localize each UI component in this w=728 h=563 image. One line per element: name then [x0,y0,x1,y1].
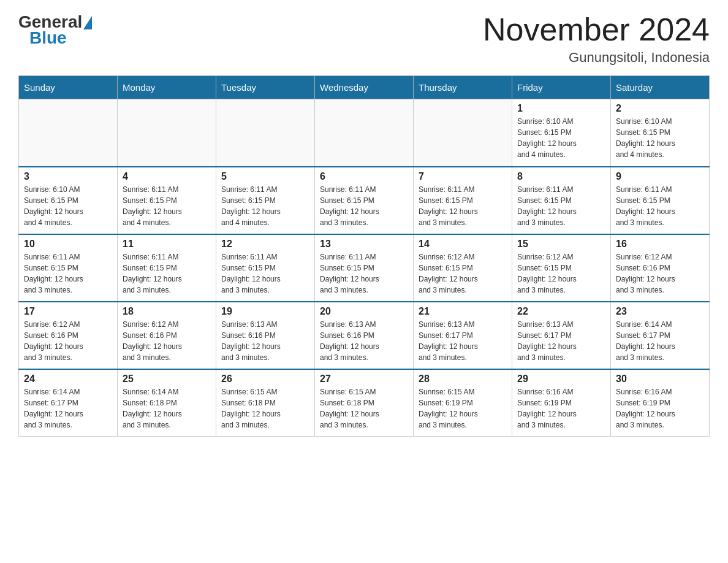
day-info: Sunrise: 6:11 AM Sunset: 6:15 PM Dayligh… [517,184,605,228]
day-number: 26 [221,373,309,385]
day-number: 1 [517,103,605,114]
weekday-header-friday: Friday [512,76,611,99]
calendar-cell [315,99,414,167]
calendar-cell: 22Sunrise: 6:13 AM Sunset: 6:17 PM Dayli… [512,302,611,369]
calendar-cell: 12Sunrise: 6:11 AM Sunset: 6:15 PM Dayli… [216,234,315,302]
day-info: Sunrise: 6:12 AM Sunset: 6:16 PM Dayligh… [616,251,704,296]
weekday-header-tuesday: Tuesday [216,76,315,99]
day-number: 7 [419,171,507,182]
weekday-header-saturday: Saturday [611,76,710,99]
calendar-week-row: 10Sunrise: 6:11 AM Sunset: 6:15 PM Dayli… [19,234,710,302]
calendar-cell: 25Sunrise: 6:14 AM Sunset: 6:18 PM Dayli… [118,369,216,437]
day-info: Sunrise: 6:11 AM Sunset: 6:15 PM Dayligh… [221,251,309,296]
day-number: 14 [419,239,507,250]
logo-blue-text: Blue [29,28,67,48]
day-number: 11 [123,239,211,250]
day-number: 4 [123,171,211,182]
day-info: Sunrise: 6:12 AM Sunset: 6:15 PM Dayligh… [419,251,507,296]
day-number: 19 [221,306,309,317]
day-number: 22 [517,306,605,317]
calendar-cell: 9Sunrise: 6:11 AM Sunset: 6:15 PM Daylig… [611,167,710,234]
day-info: Sunrise: 6:16 AM Sunset: 6:19 PM Dayligh… [517,386,605,431]
calendar-header-row: SundayMondayTuesdayWednesdayThursdayFrid… [19,76,710,99]
logo-triangle-icon [83,16,92,29]
day-number: 6 [320,171,408,182]
day-info: Sunrise: 6:15 AM Sunset: 6:18 PM Dayligh… [221,386,309,431]
day-number: 27 [320,373,408,385]
day-number: 17 [24,306,112,317]
day-info: Sunrise: 6:13 AM Sunset: 6:16 PM Dayligh… [320,319,408,363]
calendar-cell: 18Sunrise: 6:12 AM Sunset: 6:16 PM Dayli… [118,302,216,369]
calendar-cell: 24Sunrise: 6:14 AM Sunset: 6:17 PM Dayli… [19,369,118,437]
day-number: 15 [517,239,605,250]
calendar-cell: 6Sunrise: 6:11 AM Sunset: 6:15 PM Daylig… [315,167,414,234]
calendar-cell [216,99,315,167]
day-info: Sunrise: 6:11 AM Sunset: 6:15 PM Dayligh… [320,184,408,228]
calendar-cell [19,99,118,167]
calendar-cell: 16Sunrise: 6:12 AM Sunset: 6:16 PM Dayli… [611,234,710,302]
title-section: November 2024 Gunungsitoli, Indonesia [483,12,710,66]
day-number: 28 [419,373,507,385]
day-info: Sunrise: 6:11 AM Sunset: 6:15 PM Dayligh… [320,251,408,296]
location-subtitle: Gunungsitoli, Indonesia [483,50,710,66]
calendar-cell: 26Sunrise: 6:15 AM Sunset: 6:18 PM Dayli… [216,369,315,437]
calendar-cell: 19Sunrise: 6:13 AM Sunset: 6:16 PM Dayli… [216,302,315,369]
calendar-cell: 1Sunrise: 6:10 AM Sunset: 6:15 PM Daylig… [512,99,611,167]
calendar-cell: 7Sunrise: 6:11 AM Sunset: 6:15 PM Daylig… [414,167,512,234]
day-info: Sunrise: 6:13 AM Sunset: 6:17 PM Dayligh… [517,319,605,363]
weekday-header-thursday: Thursday [414,76,512,99]
calendar-week-row: 1Sunrise: 6:10 AM Sunset: 6:15 PM Daylig… [19,99,710,167]
calendar-cell: 21Sunrise: 6:13 AM Sunset: 6:17 PM Dayli… [414,302,512,369]
day-info: Sunrise: 6:12 AM Sunset: 6:16 PM Dayligh… [123,319,211,363]
day-info: Sunrise: 6:12 AM Sunset: 6:15 PM Dayligh… [517,251,605,296]
calendar-cell: 29Sunrise: 6:16 AM Sunset: 6:19 PM Dayli… [512,369,611,437]
calendar-cell: 20Sunrise: 6:13 AM Sunset: 6:16 PM Dayli… [315,302,414,369]
day-number: 2 [616,103,704,114]
day-number: 12 [221,239,309,250]
day-info: Sunrise: 6:10 AM Sunset: 6:15 PM Dayligh… [517,116,605,160]
page-header: General Blue November 2024 Gunungsitoli,… [18,12,710,66]
day-info: Sunrise: 6:11 AM Sunset: 6:15 PM Dayligh… [123,184,211,228]
weekday-header-sunday: Sunday [19,76,118,99]
day-info: Sunrise: 6:11 AM Sunset: 6:15 PM Dayligh… [616,184,704,228]
day-info: Sunrise: 6:14 AM Sunset: 6:17 PM Dayligh… [616,319,704,363]
day-number: 16 [616,239,704,250]
day-info: Sunrise: 6:14 AM Sunset: 6:18 PM Dayligh… [123,386,211,431]
calendar-cell: 13Sunrise: 6:11 AM Sunset: 6:15 PM Dayli… [315,234,414,302]
day-number: 20 [320,306,408,317]
calendar-cell: 11Sunrise: 6:11 AM Sunset: 6:15 PM Dayli… [118,234,216,302]
calendar-cell: 10Sunrise: 6:11 AM Sunset: 6:15 PM Dayli… [19,234,118,302]
calendar-cell: 30Sunrise: 6:16 AM Sunset: 6:19 PM Dayli… [611,369,710,437]
weekday-header-wednesday: Wednesday [315,76,414,99]
day-info: Sunrise: 6:12 AM Sunset: 6:16 PM Dayligh… [24,319,112,363]
calendar-cell: 15Sunrise: 6:12 AM Sunset: 6:15 PM Dayli… [512,234,611,302]
weekday-header-monday: Monday [118,76,216,99]
day-number: 3 [24,171,112,182]
day-number: 18 [123,306,211,317]
day-info: Sunrise: 6:15 AM Sunset: 6:18 PM Dayligh… [320,386,408,431]
calendar-cell: 4Sunrise: 6:11 AM Sunset: 6:15 PM Daylig… [118,167,216,234]
day-info: Sunrise: 6:15 AM Sunset: 6:19 PM Dayligh… [419,386,507,431]
day-info: Sunrise: 6:16 AM Sunset: 6:19 PM Dayligh… [616,386,704,431]
day-info: Sunrise: 6:13 AM Sunset: 6:17 PM Dayligh… [419,319,507,363]
day-number: 10 [24,239,112,250]
logo: General Blue [18,12,92,48]
day-number: 23 [616,306,704,317]
day-info: Sunrise: 6:14 AM Sunset: 6:17 PM Dayligh… [24,386,112,431]
day-info: Sunrise: 6:13 AM Sunset: 6:16 PM Dayligh… [221,319,309,363]
day-number: 25 [123,373,211,385]
day-info: Sunrise: 6:10 AM Sunset: 6:15 PM Dayligh… [24,184,112,228]
calendar-week-row: 24Sunrise: 6:14 AM Sunset: 6:17 PM Dayli… [19,369,710,437]
calendar-week-row: 3Sunrise: 6:10 AM Sunset: 6:15 PM Daylig… [19,167,710,234]
calendar-week-row: 17Sunrise: 6:12 AM Sunset: 6:16 PM Dayli… [19,302,710,369]
month-title: November 2024 [483,12,710,47]
calendar-cell [414,99,512,167]
day-number: 29 [517,373,605,385]
calendar-cell: 27Sunrise: 6:15 AM Sunset: 6:18 PM Dayli… [315,369,414,437]
calendar-cell: 3Sunrise: 6:10 AM Sunset: 6:15 PM Daylig… [19,167,118,234]
calendar-table: SundayMondayTuesdayWednesdayThursdayFrid… [18,75,710,437]
day-number: 5 [221,171,309,182]
calendar-cell: 5Sunrise: 6:11 AM Sunset: 6:15 PM Daylig… [216,167,315,234]
day-info: Sunrise: 6:11 AM Sunset: 6:15 PM Dayligh… [24,251,112,296]
calendar-cell: 14Sunrise: 6:12 AM Sunset: 6:15 PM Dayli… [414,234,512,302]
